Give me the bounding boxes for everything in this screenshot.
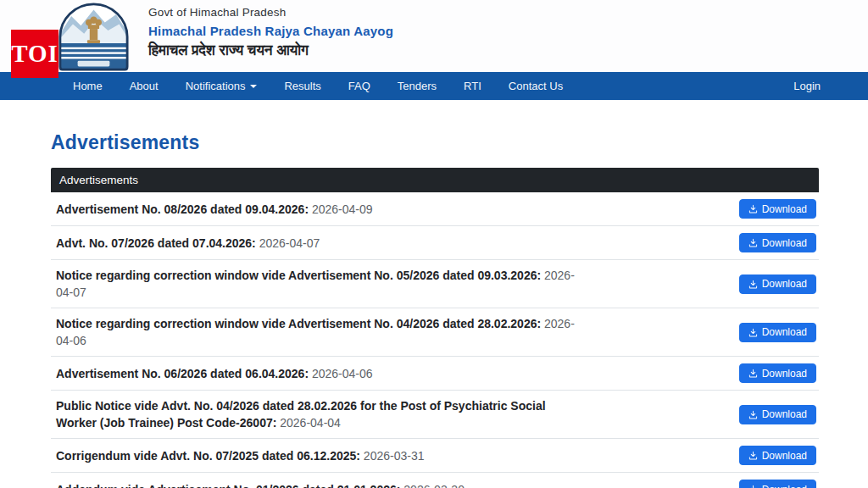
table-row: Advertisement No. 08/2026 dated 09.04.20… — [51, 192, 819, 225]
advertisement-title: Addendum vide Advertisement No. 01/2026 … — [56, 483, 403, 488]
download-button[interactable]: Download — [739, 233, 816, 252]
download-icon — [748, 238, 758, 247]
download-icon — [748, 485, 758, 488]
main-content: Advertisements Advertisements Advertisem… — [51, 100, 819, 488]
download-button[interactable]: Download — [739, 274, 816, 294]
download-icon — [748, 280, 758, 289]
himachal-pradesh-emblem-logo — [53, 2, 135, 72]
org-name-hindi: हिमाचल प्रदेश राज्य चयन आयोग — [148, 42, 393, 59]
nav-item-rti[interactable]: RTI — [450, 72, 495, 100]
nav-item-tenders[interactable]: Tenders — [384, 72, 450, 100]
table-row: Notice regarding correction window vide … — [51, 259, 819, 308]
advertisement-text: Notice regarding correction window vide … — [56, 267, 581, 301]
toi-watermark-logo: TOI — [11, 30, 58, 78]
advertisement-text: Advertisement No. 06/2026 dated 06.04.20… — [56, 365, 373, 382]
page-title: Advertisements — [51, 131, 819, 154]
download-button-label: Download — [762, 203, 807, 215]
nav-item-label: Home — [73, 80, 103, 92]
govt-line: Govt of Himachal Pradesh — [148, 6, 393, 19]
nav-item-about[interactable]: About — [116, 72, 172, 100]
table-row: Addendum vide Advertisement No. 01/2026 … — [51, 472, 819, 488]
nav-item-faq[interactable]: FAQ — [335, 72, 384, 100]
download-icon — [748, 204, 758, 214]
toi-watermark-text: TOI — [11, 40, 58, 68]
table-row: Corrigendum vide Advt. No. 07/2025 dated… — [51, 438, 819, 472]
download-icon — [748, 369, 758, 378]
advertisement-title: Corrigendum vide Advt. No. 07/2025 dated… — [56, 449, 364, 463]
advertisement-text: Public Notice vide Advt. No. 04/2026 dat… — [56, 397, 581, 431]
nav-item-label: FAQ — [348, 80, 370, 92]
advertisement-date: 2026-03-31 — [364, 449, 425, 463]
advertisement-date: 2026-04-06 — [312, 367, 373, 380]
nav-item-label: About — [130, 80, 159, 92]
advertisement-date: 2026-04-04 — [280, 416, 341, 430]
page: Govt of Himachal Pradesh Himachal Prades… — [0, 0, 868, 488]
nav-item-results[interactable]: Results — [270, 72, 334, 100]
download-button-label: Download — [762, 484, 807, 488]
site-header: Govt of Himachal Pradesh Himachal Prades… — [0, 0, 868, 72]
table-row: Advertisement No. 06/2026 dated 06.04.20… — [51, 356, 819, 390]
advertisement-title: Notice regarding correction window vide … — [56, 269, 544, 282]
table-row: Public Notice vide Advt. No. 04/2026 dat… — [51, 390, 819, 438]
advertisement-text: Advt. No. 07/2026 dated 07.04.2026: 2026… — [56, 235, 320, 252]
advertisement-date: 2026-04-07 — [259, 236, 320, 250]
nav-item-login[interactable]: Login — [793, 80, 821, 92]
download-icon — [748, 410, 758, 419]
nav-item-label: RTI — [464, 80, 481, 92]
download-button[interactable]: Download — [739, 323, 816, 342]
nav-items: Home About Notifications Results FAQ Ten… — [59, 72, 576, 100]
nav-item-notifications[interactable]: Notifications — [172, 72, 271, 100]
download-button[interactable]: Download — [739, 405, 816, 424]
table-row: Advt. No. 07/2026 dated 07.04.2026: 2026… — [51, 225, 819, 259]
download-button-label: Download — [762, 237, 807, 249]
download-button-label: Download — [762, 278, 807, 290]
download-button-label: Download — [762, 326, 807, 338]
chevron-down-icon — [250, 85, 257, 88]
download-button-label: Download — [762, 450, 807, 462]
table-header-bar: Advertisements — [51, 168, 819, 192]
advertisement-text: Addendum vide Advertisement No. 01/2026 … — [56, 481, 465, 488]
advertisement-title: Advertisement No. 06/2026 dated 06.04.20… — [56, 367, 312, 380]
main-navbar: Home About Notifications Results FAQ Ten… — [0, 72, 868, 100]
org-name-english: Himachal Pradesh Rajya Chayan Aayog — [148, 24, 393, 38]
advertisement-title: Notice regarding correction window vide … — [56, 317, 544, 330]
advertisement-date: 2026-03-30 — [403, 483, 465, 488]
download-button-label: Download — [762, 408, 807, 420]
download-button[interactable]: Download — [739, 446, 816, 465]
download-button[interactable]: Download — [739, 480, 816, 488]
advertisement-text: Advertisement No. 08/2026 dated 09.04.20… — [56, 201, 373, 218]
advertisements-table: Advertisements Advertisement No. 08/2026… — [51, 168, 819, 488]
download-button[interactable]: Download — [739, 199, 816, 219]
nav-item-label: Contact Us — [509, 80, 563, 92]
advertisement-title: Advertisement No. 08/2026 dated 09.04.20… — [56, 202, 312, 216]
nav-item-label: Results — [284, 80, 320, 92]
advertisement-text: Corrigendum vide Advt. No. 07/2025 dated… — [56, 447, 424, 464]
advertisement-text: Notice regarding correction window vide … — [56, 315, 581, 349]
download-icon — [748, 328, 758, 337]
table-row: Notice regarding correction window vide … — [51, 308, 819, 356]
table-rows: Advertisement No. 08/2026 dated 09.04.20… — [51, 192, 819, 488]
advertisement-date: 2026-04-09 — [312, 202, 373, 216]
download-button-label: Download — [762, 368, 807, 380]
advertisement-title: Advt. No. 07/2026 dated 07.04.2026: — [56, 236, 259, 250]
nav-item-home[interactable]: Home — [59, 72, 116, 100]
nav-item-label: Notifications — [186, 80, 246, 92]
nav-item-label: Tenders — [398, 80, 437, 92]
download-icon — [748, 451, 758, 460]
header-text-block: Govt of Himachal Pradesh Himachal Prades… — [148, 6, 393, 59]
nav-item-contact-us[interactable]: Contact Us — [495, 72, 576, 100]
download-button[interactable]: Download — [739, 363, 816, 383]
